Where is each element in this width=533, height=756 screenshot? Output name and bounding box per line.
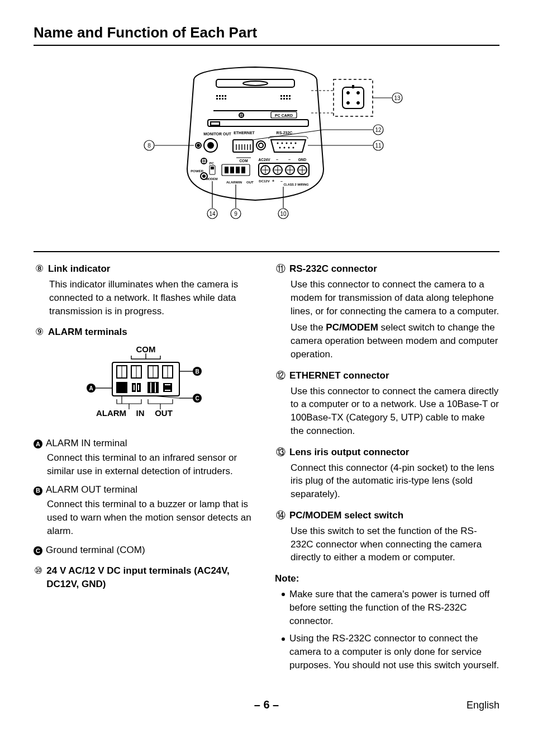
device-diagram: 13 PC CARD MONITOR OUT ETHERNET RS bbox=[34, 57, 499, 240]
svg-rect-79 bbox=[241, 167, 245, 173]
svg-rect-21 bbox=[283, 95, 285, 97]
svg-rect-6 bbox=[352, 85, 354, 88]
svg-rect-134 bbox=[117, 382, 127, 393]
svg-text:~: ~ bbox=[276, 158, 278, 162]
svg-point-53 bbox=[291, 143, 292, 144]
svg-text:14: 14 bbox=[209, 211, 216, 217]
svg-text:+: + bbox=[272, 179, 274, 183]
item-14-body: Use this switch to set the function of t… bbox=[291, 525, 499, 564]
svg-rect-0 bbox=[334, 79, 373, 116]
svg-rect-25 bbox=[283, 98, 285, 100]
svg-text:10: 10 bbox=[280, 211, 287, 217]
svg-text:13: 13 bbox=[394, 95, 401, 101]
svg-rect-77 bbox=[230, 167, 234, 173]
svg-point-57 bbox=[288, 147, 290, 149]
content-columns: ⑧ Link indicator This indicator illumina… bbox=[34, 262, 499, 677]
item-11-number: ⑪ bbox=[275, 262, 286, 276]
svg-point-52 bbox=[286, 143, 288, 144]
svg-rect-17 bbox=[219, 98, 221, 100]
svg-point-49 bbox=[259, 143, 263, 148]
svg-text:IN: IN bbox=[239, 181, 242, 184]
svg-rect-26 bbox=[286, 98, 288, 100]
callout-13-icon: 13 bbox=[392, 93, 402, 103]
sub-b-icon: B bbox=[34, 486, 42, 495]
svg-text:OUT: OUT bbox=[155, 408, 173, 418]
svg-text:MONITOR OUT: MONITOR OUT bbox=[203, 132, 231, 136]
item-11: ⑪ RS-232C connector Use this connector t… bbox=[275, 262, 499, 361]
svg-point-3 bbox=[357, 92, 360, 94]
svg-rect-22 bbox=[286, 95, 288, 97]
item-11-title: RS-232C connector bbox=[289, 262, 377, 276]
svg-text:DC12V: DC12V bbox=[259, 179, 269, 183]
svg-rect-27 bbox=[289, 98, 291, 100]
item-9: ⑨ ALARM terminals COM bbox=[34, 325, 258, 556]
item-8-number: ⑧ bbox=[34, 262, 45, 276]
svg-rect-24 bbox=[280, 98, 282, 100]
svg-text:RS-232C: RS-232C bbox=[277, 131, 293, 135]
callout-14-icon: 14 bbox=[207, 209, 217, 219]
svg-text:COM: COM bbox=[136, 344, 156, 354]
item-14-title: PC/MODEM select switch bbox=[289, 509, 403, 522]
note-item-1: Make sure that the camera's power is tur… bbox=[282, 588, 499, 627]
svg-point-50 bbox=[277, 143, 279, 144]
item-12-body: Use this connector to connect the camera… bbox=[291, 385, 499, 438]
sub-c-title: Ground terminal (COM) bbox=[46, 544, 145, 557]
item-14-number: ⑭ bbox=[275, 509, 286, 522]
svg-text:A: A bbox=[89, 385, 93, 391]
callout-8-icon: 8 bbox=[144, 140, 154, 150]
svg-text:OUT: OUT bbox=[246, 181, 254, 184]
item-8-title: Link indicator bbox=[48, 262, 110, 276]
sub-b-title: ALARM OUT terminal bbox=[46, 483, 137, 497]
left-column: ⑧ Link indicator This indicator illumina… bbox=[34, 262, 258, 677]
sub-a-icon: A bbox=[34, 440, 42, 448]
svg-text:POWER: POWER bbox=[191, 169, 203, 173]
svg-rect-1 bbox=[342, 87, 364, 108]
item-11-body-1: Use this connector to connect the camera… bbox=[291, 278, 499, 318]
sub-c-icon: C bbox=[34, 546, 42, 555]
svg-rect-20 bbox=[280, 95, 282, 97]
item-12-number: ⑫ bbox=[275, 369, 286, 382]
item-12: ⑫ ETHERNET connector Use this connector … bbox=[275, 369, 499, 438]
svg-rect-13 bbox=[219, 95, 221, 97]
item-9-sub-c: C Ground terminal (COM) bbox=[34, 544, 258, 557]
svg-rect-35 bbox=[211, 122, 220, 125]
svg-text:~: ~ bbox=[288, 158, 291, 162]
svg-text:12: 12 bbox=[375, 127, 382, 133]
sub-b-body: Connect this terminal to a buzzer or lam… bbox=[47, 498, 258, 537]
title-rule bbox=[34, 45, 499, 46]
svg-point-5 bbox=[357, 102, 360, 105]
item-8-body: This indicator illuminates when the came… bbox=[49, 278, 258, 318]
svg-rect-78 bbox=[236, 167, 240, 173]
svg-text:AC24V: AC24V bbox=[259, 158, 271, 162]
item-10: ⑩ 24 V AC/12 V DC input terminals (AC24V… bbox=[34, 564, 258, 591]
item-12-title: ETHERNET connector bbox=[289, 369, 389, 382]
svg-text:PC: PC bbox=[210, 162, 215, 165]
svg-text:ALARM: ALARM bbox=[96, 408, 126, 418]
item-13-number: ⑬ bbox=[275, 446, 286, 459]
svg-point-51 bbox=[282, 143, 283, 144]
svg-rect-19 bbox=[225, 98, 226, 100]
svg-rect-76 bbox=[225, 167, 229, 173]
svg-rect-70 bbox=[211, 167, 214, 169]
svg-text:COM: COM bbox=[239, 159, 248, 163]
svg-point-48 bbox=[256, 141, 265, 150]
item-9-title: ALARM terminals bbox=[48, 325, 127, 339]
callout-12-icon: 12 bbox=[373, 125, 383, 135]
svg-point-58 bbox=[293, 147, 294, 149]
item-13-title: Lens iris output connector bbox=[289, 446, 409, 459]
svg-rect-15 bbox=[225, 95, 226, 97]
svg-text:11: 11 bbox=[375, 143, 382, 149]
svg-text:B: B bbox=[195, 368, 199, 375]
right-column: ⑪ RS-232C connector Use this connector t… bbox=[275, 262, 499, 677]
svg-point-11 bbox=[243, 81, 268, 86]
page-title: Name and Function of Each Part bbox=[34, 22, 499, 42]
svg-text:GND: GND bbox=[298, 158, 307, 162]
item-13-body: Connect this connector (4-pin socket) to… bbox=[291, 461, 499, 501]
svg-text:C: C bbox=[195, 395, 199, 401]
svg-point-56 bbox=[284, 147, 285, 149]
note-list: Make sure that the camera's power is tur… bbox=[282, 588, 499, 672]
sub-a-title: ALARM IN terminal bbox=[46, 437, 127, 450]
item-13: ⑬ Lens iris output connector Connect thi… bbox=[275, 446, 499, 501]
svg-text:ALARM: ALARM bbox=[226, 181, 239, 184]
callout-9-icon: 9 bbox=[231, 209, 241, 219]
